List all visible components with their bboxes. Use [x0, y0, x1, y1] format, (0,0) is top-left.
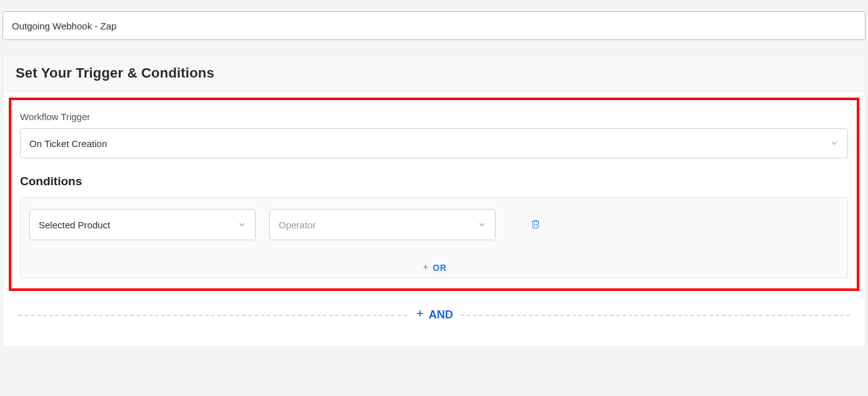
panel-header: Set Your Trigger & Conditions	[3, 55, 865, 92]
chevron-down-icon	[237, 220, 246, 229]
workflow-trigger-select[interactable]: On Ticket Creation	[20, 128, 848, 158]
workflow-trigger-label: Workflow Trigger	[20, 111, 848, 122]
add-or-button[interactable]: OR	[29, 263, 839, 273]
trash-icon	[531, 218, 541, 231]
plus-icon	[415, 308, 425, 322]
condition-row: Selected Product Operator	[29, 209, 839, 240]
condition-group: Selected Product Operator	[20, 197, 848, 278]
condition-field-value: Selected Product	[39, 220, 110, 230]
trigger-conditions-panel: Set Your Trigger & Conditions Workflow T…	[2, 54, 866, 347]
highlighted-area: Workflow Trigger On Ticket Creation Cond…	[9, 98, 859, 291]
workflow-trigger-value: On Ticket Creation	[29, 138, 107, 149]
dashed-divider-right	[461, 315, 850, 316]
add-and-button[interactable]: AND	[18, 308, 850, 322]
chevron-down-icon	[477, 220, 486, 229]
conditions-heading: Conditions	[20, 175, 848, 188]
plus-icon	[422, 263, 429, 273]
dashed-divider-left	[18, 315, 407, 316]
condition-operator-placeholder: Operator	[279, 220, 316, 230]
delete-condition-button[interactable]	[528, 216, 543, 234]
condition-operator-select[interactable]: Operator	[269, 209, 496, 240]
chevron-down-icon	[830, 139, 839, 148]
condition-field-select[interactable]: Selected Product	[29, 209, 256, 240]
or-label: OR	[433, 263, 447, 273]
panel-heading: Set Your Trigger & Conditions	[16, 65, 852, 81]
workflow-name-input[interactable]	[2, 11, 866, 40]
and-label: AND	[429, 308, 453, 322]
